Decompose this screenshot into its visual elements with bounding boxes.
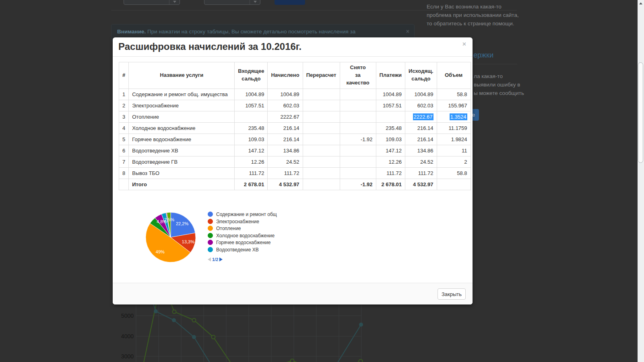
value-cell: 2222.67 [405,111,437,122]
legend-dot-icon [208,233,213,238]
table-total-row: Итого2 678.014 532.97-1.922 678.014 532.… [119,179,471,190]
background-line-chart [113,297,419,362]
value-cell: 216.14 [268,122,303,134]
value-cell: 111.72 [268,167,303,179]
charges-table-head: #Название услугиВходящее сальдоНачислено… [119,62,471,89]
legend-label: Содержание и ремонт общ [216,212,277,217]
value-cell: 12.26 [376,156,405,167]
show-button[interactable] [275,0,305,5]
value-cell [340,111,376,122]
value-cell [340,156,376,167]
value-cell [340,167,376,179]
legend-pager: 1/2 [208,257,223,262]
value-cell: 147.12 [235,145,268,156]
header-cell: Название услуги [129,62,235,89]
alert-text: При нажатии на строку таблицы, Вы сможет… [146,29,355,35]
alert-bold-text: Внимание. [117,29,146,35]
value-cell: 4 532.97 [405,179,437,190]
value-cell [235,111,268,122]
period-select-2[interactable] [204,0,260,5]
table-header-row: #Название услугиВходящее сальдоНачислено… [119,62,471,89]
value-cell: 111.72 [376,167,405,179]
value-cell: 1004.89 [235,88,268,100]
value-cell: -1.92 [340,179,376,190]
legend-label: Водоотведение ХВ [216,247,259,253]
legend-next-icon[interactable] [219,257,223,261]
legend-item: Холодное водоснабжение [208,232,277,239]
pie-slice-label: 2,5% [164,217,174,222]
value-cell: 2 678.01 [235,179,268,190]
value-cell: 1.9824 [437,134,471,145]
value-cell: 147.12 [376,145,405,156]
value-cell: 216.14 [405,122,437,134]
value-cell: 24.52 [405,156,437,167]
value-cell: 109.03 [235,134,268,145]
value-cell [437,179,471,190]
value-cell [303,179,340,190]
legend-item: Горячее водоснабжение [208,239,277,246]
browser-scrollbar[interactable] [638,0,644,362]
value-cell [340,145,376,156]
header-cell: Входящее сальдо [235,62,268,89]
service-name-cell: Вывоз ТБО [129,167,235,179]
row-number-cell: 2 [119,100,129,111]
legend-label: Холодное водоснабжение [216,233,275,239]
service-name-cell: Водоотведение ХВ [129,145,235,156]
value-cell [376,111,405,122]
alert-close-icon[interactable]: × [406,28,409,35]
value-cell: 24.52 [268,156,303,167]
legend-item: Водоотведение ХВ [208,246,277,253]
service-name-cell: Холодное водоснабжение [129,122,235,134]
scroll-up-icon[interactable] [639,2,642,4]
header-cell: Начислено [268,62,303,89]
table-row: 4Холодное водоснабжение235.48216.14235.4… [119,122,471,134]
legend-label: Отопление [216,226,241,231]
value-cell [303,145,340,156]
value-cell [303,100,340,111]
charges-table: #Название услугиВходящее сальдоНачислено… [119,62,471,190]
selected-value: 1.3524 [450,113,467,120]
header-cell: Исходящ. сальдо [405,62,437,89]
pie-slice-label: 22,2% [176,221,188,226]
row-number-cell: 5 [119,134,129,145]
value-cell: 2 [437,156,471,167]
modal-title: Расшифровка начислений за 10.2016г. [118,41,301,52]
legend-item: Электроснабжение [208,218,277,225]
value-cell [340,122,376,134]
header-cell: Объем [437,62,471,89]
help-line: Если у Вас возникла какая-то [427,2,523,11]
legend-dot-icon [208,219,213,224]
table-row: 3Отопление2222.672222.671.3524 [119,111,471,122]
service-name-cell: Электроснабжение [129,100,235,111]
support-line-fragment: ы можете сообщить [474,90,524,96]
value-cell: 4 532.97 [268,179,303,190]
modal-close-icon[interactable]: × [462,41,466,48]
table-row: 5Горячее водоснабжение109.03216.14-1.921… [119,134,471,145]
value-cell: 58.8 [437,88,471,100]
legend-dot-icon [208,240,213,245]
value-cell: 111.72 [235,167,268,179]
legend-prev-icon[interactable] [208,257,211,261]
legend-label: Горячее водоснабжение [216,240,270,245]
value-cell: 1057.51 [376,100,405,111]
value-cell: 11 [437,145,471,156]
value-cell [340,100,376,111]
value-cell: 134.86 [405,145,437,156]
value-cell: 1004.89 [268,88,303,100]
row-number-cell: 8 [119,167,129,179]
value-cell: 216.14 [405,134,437,145]
support-heading-fragment: ержки [473,51,493,60]
value-cell: 111.72 [405,167,437,179]
pie-slice-label: 49% [156,249,165,254]
close-button[interactable]: Закрыть [438,288,466,300]
value-cell [303,111,340,122]
value-cell [303,134,340,145]
header-cell: Платежи [376,62,405,89]
pie-legend: Содержание и ремонт общЭлектроснабжениеО… [208,210,277,253]
value-cell [303,88,340,100]
value-cell: 1.3524 [437,111,471,122]
scrollbar-thumb[interactable] [638,62,643,163]
period-select-1[interactable] [124,0,180,5]
row-number-cell: 3 [119,111,129,122]
table-row: 7Водоотведение ГВ12.2624.5212.2624.522 [119,156,471,167]
